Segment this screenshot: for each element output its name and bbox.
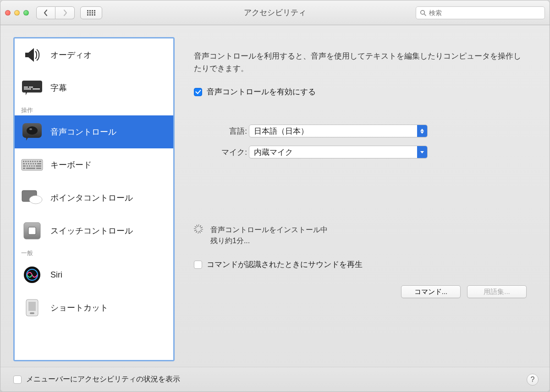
svg-rect-45 bbox=[26, 168, 35, 169]
sidebar-item-label: ショートカット bbox=[50, 302, 108, 313]
svg-rect-43 bbox=[36, 165, 41, 167]
svg-rect-28 bbox=[34, 161, 36, 162]
sidebar-item-label: スイッチコントロール bbox=[50, 225, 133, 236]
sidebar-item-keyboard[interactable]: キーボード bbox=[15, 148, 173, 181]
help-button[interactable]: ? bbox=[527, 374, 539, 386]
svg-rect-38 bbox=[23, 165, 26, 167]
captions-icon bbox=[21, 79, 43, 97]
enable-voice-control-row: 音声コントロールを有効にする bbox=[194, 87, 528, 97]
sidebar-item-switch-control[interactable]: スイッチコントロール bbox=[15, 214, 173, 247]
sidebar-section-motor: 操作 bbox=[15, 104, 173, 115]
sidebar-item-label: オーディオ bbox=[50, 49, 92, 60]
sidebar-item-label: 字幕 bbox=[50, 82, 67, 93]
titlebar: アクセシビリティ bbox=[0, 0, 550, 25]
forward-button[interactable] bbox=[55, 6, 75, 19]
zoom-window-button[interactable] bbox=[23, 10, 29, 16]
keyboard-icon bbox=[21, 156, 43, 174]
sidebar-item-shortcut[interactable]: ショートカット bbox=[15, 291, 173, 324]
svg-rect-31 bbox=[23, 163, 25, 164]
sidebar-item-audio[interactable]: オーディオ bbox=[15, 38, 173, 71]
enable-voice-control-checkbox[interactable] bbox=[194, 88, 202, 96]
microphone-select[interactable]: 内蔵マイク bbox=[249, 146, 428, 158]
play-sound-row: コマンドが認識されたときにサウンドを再生 bbox=[194, 259, 528, 270]
sidebar-item-pointer-control[interactable]: ポインタコントロール bbox=[15, 181, 173, 214]
svg-rect-0 bbox=[87, 10, 88, 11]
svg-rect-4 bbox=[87, 12, 88, 13]
chevron-down-icon bbox=[417, 146, 427, 158]
svg-rect-16 bbox=[33, 88, 40, 90]
commands-button[interactable]: コマンド... bbox=[401, 285, 461, 298]
svg-point-20 bbox=[27, 126, 38, 135]
sidebar-item-captions[interactable]: 字幕 bbox=[15, 71, 173, 104]
siri-icon bbox=[21, 266, 43, 284]
svg-rect-40 bbox=[29, 165, 30, 167]
svg-rect-34 bbox=[30, 163, 32, 164]
svg-rect-41 bbox=[31, 165, 33, 167]
back-button[interactable] bbox=[36, 6, 55, 19]
voice-control-settings: 言語: 日本語（日本） マイク: 内蔵マイク bbox=[194, 125, 528, 158]
svg-rect-3 bbox=[94, 10, 95, 11]
svg-rect-32 bbox=[26, 163, 27, 164]
install-line1: 音声コントロールをインストール中 bbox=[210, 224, 328, 235]
menubar-status-row: メニューバーにアクセシビリティの状況を表示 bbox=[13, 375, 180, 384]
svg-point-48 bbox=[29, 196, 42, 204]
search-field[interactable] bbox=[416, 6, 545, 19]
svg-rect-8 bbox=[87, 14, 88, 16]
svg-rect-33 bbox=[28, 163, 29, 164]
svg-rect-26 bbox=[30, 161, 31, 162]
svg-rect-30 bbox=[39, 161, 41, 162]
search-input[interactable] bbox=[429, 9, 541, 16]
svg-rect-17 bbox=[24, 87, 28, 88]
voice-control-description: 音声コントロールを利用すると、音声を使用してテキストを編集したりコンピュータを操… bbox=[194, 50, 528, 75]
search-icon bbox=[420, 10, 426, 16]
svg-rect-18 bbox=[29, 87, 33, 88]
svg-rect-42 bbox=[33, 165, 35, 167]
menubar-status-checkbox[interactable] bbox=[13, 376, 22, 384]
svg-rect-5 bbox=[89, 12, 91, 13]
svg-rect-39 bbox=[27, 165, 28, 167]
content-area: オーディオ 字幕 操作 音声コントロール bbox=[0, 25, 550, 367]
install-status-text: 音声コントロールをインストール中 残り約1分... bbox=[210, 224, 328, 246]
sidebar-item-label: ポインタコントロール bbox=[50, 192, 133, 203]
install-line2: 残り約1分... bbox=[210, 235, 328, 246]
svg-rect-7 bbox=[94, 12, 95, 13]
question-icon: ? bbox=[531, 376, 535, 384]
sidebar-item-label: キーボード bbox=[50, 159, 92, 170]
footer: メニューバーにアクセシビリティの状況を表示 ? bbox=[0, 367, 550, 392]
svg-rect-6 bbox=[92, 12, 93, 13]
sidebar-item-siri[interactable]: Siri bbox=[15, 258, 173, 291]
close-window-button[interactable] bbox=[5, 10, 11, 16]
grid-icon bbox=[87, 10, 95, 16]
updown-stepper-icon bbox=[417, 125, 427, 137]
spinner-icon bbox=[194, 224, 203, 234]
settings-panel: 音声コントロールを利用すると、音声を使用してテキストを編集したりコンピュータを操… bbox=[184, 37, 539, 361]
nav-buttons bbox=[36, 6, 75, 19]
play-sound-label: コマンドが認識されたときにサウンドを再生 bbox=[207, 259, 363, 270]
show-all-button[interactable] bbox=[80, 6, 102, 19]
button-row: コマンド... 用語集... bbox=[194, 285, 528, 298]
sidebar-item-label: 音声コントロール bbox=[50, 126, 116, 137]
svg-rect-50 bbox=[28, 227, 36, 234]
svg-rect-9 bbox=[89, 14, 91, 16]
shortcut-icon bbox=[21, 299, 43, 317]
vocabulary-button[interactable]: 用語集... bbox=[467, 285, 527, 298]
svg-rect-55 bbox=[30, 312, 34, 314]
svg-rect-35 bbox=[33, 163, 34, 164]
svg-rect-24 bbox=[25, 161, 27, 162]
language-select[interactable]: 日本語（日本） bbox=[249, 125, 428, 137]
sidebar-item-label: Siri bbox=[50, 270, 62, 280]
sidebar-item-voice-control[interactable]: 音声コントロール bbox=[15, 115, 173, 148]
language-label: 言語: bbox=[194, 126, 249, 136]
svg-rect-10 bbox=[92, 14, 93, 16]
svg-rect-11 bbox=[94, 14, 95, 16]
play-sound-checkbox[interactable] bbox=[194, 261, 202, 269]
svg-rect-46 bbox=[36, 168, 41, 169]
microphone-value: 内蔵マイク bbox=[254, 147, 293, 158]
sidebar-section-general: 一般 bbox=[15, 247, 173, 258]
svg-rect-25 bbox=[28, 161, 29, 162]
chevron-left-icon bbox=[44, 10, 48, 16]
enable-voice-control-label: 音声コントロールを有効にする bbox=[207, 87, 316, 97]
svg-rect-23 bbox=[23, 161, 24, 162]
minimize-window-button[interactable] bbox=[14, 10, 20, 16]
chevron-right-icon bbox=[63, 10, 67, 16]
